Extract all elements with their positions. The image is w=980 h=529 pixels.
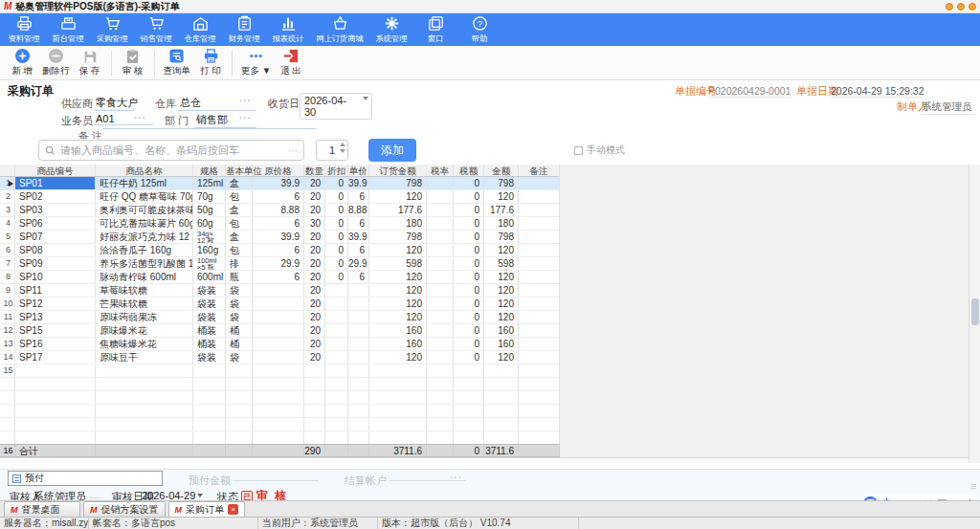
cell: 30 — [304, 217, 325, 230]
order-form: 采购订单 单据编号 P020260429-0001 单据日期 2026-04-2… — [0, 80, 980, 139]
menu-item-help[interactable]: ?帮助 — [457, 13, 501, 46]
audit-button[interactable]: 审 核 — [117, 47, 149, 79]
department-lookup-dots[interactable] — [239, 113, 252, 123]
cell — [519, 338, 560, 350]
table-row[interactable]: 13SP16焦糖味爆米花桶装桶201600160 — [0, 338, 559, 351]
supplier-lookup-dots[interactable] — [115, 96, 127, 106]
exit-icon — [283, 48, 300, 64]
audit-date-dropdown-icon[interactable] — [197, 494, 203, 497]
add-icon — [14, 48, 31, 64]
totals-row[interactable]: 16合计2903711.603711.6 — [0, 444, 560, 457]
salesman-lookup-dots[interactable] — [134, 113, 146, 123]
tab-close-icon[interactable]: × — [228, 504, 238, 515]
empty-row[interactable] — [0, 418, 559, 431]
remark-field[interactable] — [103, 128, 316, 129]
taskbar-tab[interactable]: M采购订单× — [168, 501, 246, 517]
taskbar-tab[interactable]: M背景桌面 — [4, 501, 80, 517]
table-row[interactable]: 8SP10脉动青柠味 600ml600ml瓶620061200120 — [0, 271, 559, 284]
cell: 6 — [348, 244, 369, 256]
table-row[interactable]: 3SP03奥利奥可可脆皮抹茶味 50g50g盒8.882008.88177.60… — [0, 204, 559, 217]
table-row[interactable]: 11SP13原味蒟蒻果冻袋装袋201200120 — [0, 311, 559, 324]
warehouse-label: 仓库 — [155, 97, 176, 111]
cell: 598 — [484, 257, 519, 270]
prepay-checkbox-icon[interactable] — [12, 474, 21, 483]
table-row[interactable]: 1SP01旺仔牛奶 125ml125ml盒39.920039.97980798 — [0, 177, 559, 190]
menu-item-sales[interactable]: 销售管理 — [134, 13, 178, 46]
warehouse-lookup-dots[interactable] — [239, 96, 252, 106]
taskbar-tab[interactable]: M促销方案设置 — [83, 501, 166, 517]
table-row[interactable]: 5SP07好丽友派巧克力味 12 枚34g× 12 枚盒39.920039.97… — [0, 231, 559, 244]
more-button[interactable]: 更多 ▼ — [237, 47, 275, 79]
cell: 桶装 — [193, 324, 226, 337]
menu-item-finance[interactable]: 财务管理 — [222, 13, 266, 46]
toolbar-button-label: 打 印 — [200, 65, 221, 77]
scrollbar-thumb[interactable] — [971, 298, 979, 325]
add-button[interactable]: 新 增 — [6, 47, 38, 79]
menu-item-purchase[interactable]: 采购管理 — [90, 13, 134, 46]
manual-mode-toggle[interactable]: 手动模式 — [574, 143, 625, 157]
table-row[interactable]: 7SP09养乐多活菌型乳酸菌 100ml×5 瓶100ml ×5 瓶排29.92… — [0, 257, 559, 271]
table-row[interactable]: 4SP06可比克番茄味薯片 60g60g包630061800180 — [0, 217, 559, 231]
settle-account-lookup-dots[interactable] — [450, 473, 462, 483]
maximize-button[interactable] — [957, 3, 965, 11]
save-button[interactable]: 保 存 — [74, 47, 106, 79]
menu-item-system[interactable]: 系统管理 — [369, 13, 413, 46]
tab-logo-icon: M — [175, 505, 183, 515]
supplier-field[interactable]: 零食大户 — [94, 96, 134, 111]
search-lookup-dots[interactable] — [288, 145, 298, 156]
menu-item-frontdesk[interactable]: 前台管理 — [46, 13, 90, 46]
cell — [427, 231, 454, 243]
table-row[interactable]: 14SP17原味豆干袋装袋201200120 — [0, 351, 559, 364]
cell: 120 — [369, 351, 427, 364]
exit-button[interactable]: 退 出 — [275, 47, 307, 79]
table-row[interactable]: 2SP02旺仔 QQ 糖草莓味 70g70g包620061200120 — [0, 190, 559, 204]
cell — [484, 431, 519, 444]
cell — [519, 284, 560, 297]
menu-item-window[interactable]: 窗口 — [413, 13, 457, 46]
vertical-scrollbar[interactable] — [969, 165, 980, 463]
table-row[interactable]: 15 — [0, 364, 559, 378]
empty-row[interactable] — [0, 431, 559, 445]
menu-item-report[interactable]: 报表统计 — [266, 13, 310, 46]
remove-button[interactable]: 删除行 — [38, 47, 74, 79]
table-row[interactable]: 6SP08洽洽香瓜子 160g160g包620061200120 — [0, 244, 559, 257]
quantity-stepper[interactable]: 1 — [316, 140, 348, 161]
stepper-arrows-icon[interactable] — [340, 143, 345, 153]
cell: 20 — [304, 271, 325, 283]
manual-mode-checkbox[interactable] — [574, 146, 583, 155]
empty-row[interactable] — [0, 405, 559, 418]
table-row[interactable]: 12SP15原味爆米花桶装桶201600160 — [0, 324, 559, 338]
minimize-button[interactable] — [946, 3, 953, 11]
menu-item-label: 报表统计 — [272, 33, 303, 44]
prepay-amount-field[interactable] — [233, 470, 319, 481]
cell — [519, 391, 560, 404]
cell: 120 — [369, 190, 427, 203]
close-button[interactable] — [969, 3, 976, 11]
print-button[interactable]: 打 印 — [194, 47, 227, 79]
cell: SP02 — [15, 190, 96, 203]
menu-item-mall[interactable]: 网上订货商城 — [310, 13, 369, 46]
cell: 6 — [253, 190, 304, 203]
search-input[interactable]: 请输入商品编号、名称、条码后按回车 — [38, 140, 304, 161]
cell: 100ml ×5 瓶 — [193, 257, 226, 270]
cell: 120 — [484, 244, 519, 256]
empty-row[interactable] — [0, 378, 559, 391]
prepay-group[interactable]: 预付 — [8, 471, 163, 486]
empty-row[interactable] — [0, 391, 559, 405]
cell — [519, 364, 560, 377]
table-row[interactable]: 10SP12芒果味软糖袋装袋201200120 — [0, 298, 559, 311]
add-button[interactable]: 添加 — [368, 139, 416, 162]
menu-item-materials[interactable]: 资料管理 — [2, 13, 46, 46]
cell — [348, 338, 369, 350]
receive-date-field[interactable]: 2026-04-30 — [300, 93, 372, 120]
department-label: 部 门 — [165, 114, 189, 128]
system-icon — [383, 15, 401, 32]
menu-item-label: 帮助 — [472, 33, 488, 44]
horizontal-scrollbar[interactable] — [0, 457, 969, 463]
title-bar: M 秘奥管理软件POS版(多语言)-采购订单 — [0, 0, 980, 13]
cell: 20 — [304, 190, 325, 203]
query-button[interactable]: 查询单 — [160, 47, 195, 79]
table-row[interactable]: 9SP11草莓味软糖袋装袋201200120 — [0, 284, 559, 298]
menu-item-warehouse[interactable]: 仓库管理 — [178, 13, 222, 46]
cell — [519, 351, 560, 364]
